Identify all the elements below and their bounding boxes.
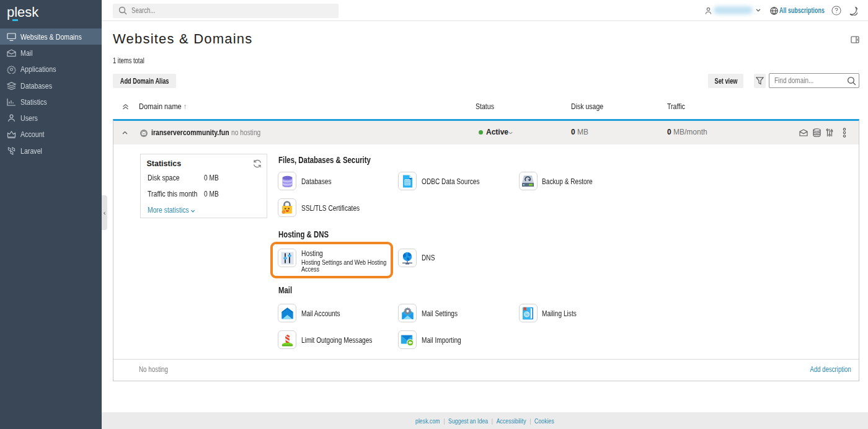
- svg-text:@: @: [525, 312, 529, 316]
